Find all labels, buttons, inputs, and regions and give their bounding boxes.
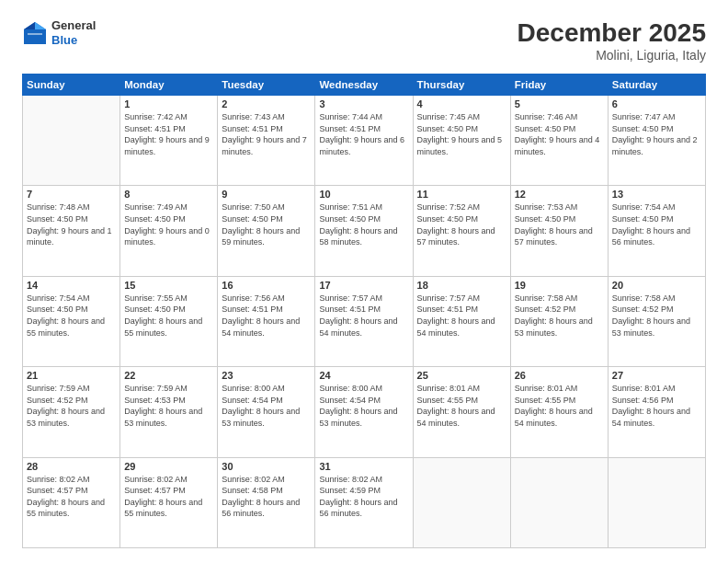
- day-number: 8: [124, 189, 213, 200]
- day-info: Sunrise: 8:02 AMSunset: 4:57 PMDaylight:…: [124, 474, 213, 520]
- day-info: Sunrise: 7:57 AMSunset: 4:51 PMDaylight:…: [417, 293, 506, 339]
- weekday-header-tuesday: Tuesday: [218, 75, 315, 96]
- day-number: 5: [515, 98, 604, 109]
- calendar-cell: 27Sunrise: 8:01 AMSunset: 4:56 PMDayligh…: [608, 367, 705, 457]
- day-number: 2: [222, 98, 311, 109]
- calendar-cell: 14Sunrise: 7:54 AMSunset: 4:50 PMDayligh…: [23, 276, 120, 366]
- day-number: 30: [222, 461, 311, 472]
- day-number: 14: [27, 280, 116, 291]
- logo-blue: Blue: [51, 33, 96, 48]
- day-number: 13: [612, 189, 701, 200]
- calendar-cell: 11Sunrise: 7:52 AMSunset: 4:50 PMDayligh…: [413, 186, 510, 276]
- day-info: Sunrise: 8:02 AMSunset: 4:58 PMDaylight:…: [222, 474, 311, 520]
- day-number: 4: [417, 98, 506, 109]
- day-info: Sunrise: 8:01 AMSunset: 4:56 PMDaylight:…: [612, 383, 701, 429]
- day-number: 19: [515, 280, 604, 291]
- calendar-cell: 4Sunrise: 7:45 AMSunset: 4:50 PMDaylight…: [413, 96, 510, 186]
- day-number: 25: [417, 370, 506, 381]
- day-info: Sunrise: 7:59 AMSunset: 4:53 PMDaylight:…: [124, 383, 213, 429]
- calendar-cell: 22Sunrise: 7:59 AMSunset: 4:53 PMDayligh…: [120, 367, 218, 457]
- day-info: Sunrise: 7:46 AMSunset: 4:50 PMDaylight:…: [515, 111, 604, 157]
- logo: General Blue: [22, 18, 96, 47]
- day-info: Sunrise: 8:02 AMSunset: 4:59 PMDaylight:…: [319, 474, 408, 520]
- calendar-cell: 26Sunrise: 8:01 AMSunset: 4:55 PMDayligh…: [510, 367, 608, 457]
- weekday-header-thursday: Thursday: [413, 75, 510, 96]
- svg-rect-3: [28, 33, 42, 35]
- day-number: 26: [515, 370, 604, 381]
- day-number: 22: [124, 370, 213, 381]
- day-info: Sunrise: 8:00 AMSunset: 4:54 PMDaylight:…: [222, 383, 311, 429]
- calendar-cell: 18Sunrise: 7:57 AMSunset: 4:51 PMDayligh…: [413, 276, 510, 366]
- day-info: Sunrise: 7:54 AMSunset: 4:50 PMDaylight:…: [27, 293, 116, 339]
- day-info: Sunrise: 8:00 AMSunset: 4:54 PMDaylight:…: [319, 383, 408, 429]
- day-info: Sunrise: 7:58 AMSunset: 4:52 PMDaylight:…: [612, 293, 701, 339]
- day-number: 11: [417, 189, 506, 200]
- day-info: Sunrise: 7:47 AMSunset: 4:50 PMDaylight:…: [612, 111, 701, 157]
- calendar-cell: 24Sunrise: 8:00 AMSunset: 4:54 PMDayligh…: [315, 367, 413, 457]
- page: General Blue December 2025 Molini, Ligur…: [0, 0, 728, 563]
- calendar-cell: [608, 457, 705, 547]
- calendar-cell: 29Sunrise: 8:02 AMSunset: 4:57 PMDayligh…: [120, 457, 218, 547]
- week-row-4: 21Sunrise: 7:59 AMSunset: 4:52 PMDayligh…: [23, 367, 706, 457]
- logo-text: General Blue: [51, 18, 96, 47]
- day-info: Sunrise: 7:58 AMSunset: 4:52 PMDaylight:…: [515, 293, 604, 339]
- calendar-cell: 3Sunrise: 7:44 AMSunset: 4:51 PMDaylight…: [315, 96, 413, 186]
- calendar-cell: 19Sunrise: 7:58 AMSunset: 4:52 PMDayligh…: [510, 276, 608, 366]
- calendar-cell: 9Sunrise: 7:50 AMSunset: 4:50 PMDaylight…: [218, 186, 315, 276]
- calendar-cell: [413, 457, 510, 547]
- day-info: Sunrise: 7:45 AMSunset: 4:50 PMDaylight:…: [417, 111, 506, 157]
- day-info: Sunrise: 7:44 AMSunset: 4:51 PMDaylight:…: [319, 111, 408, 157]
- svg-marker-2: [24, 22, 35, 29]
- weekday-header-sunday: Sunday: [23, 75, 120, 96]
- calendar-cell: 15Sunrise: 7:55 AMSunset: 4:50 PMDayligh…: [120, 276, 218, 366]
- day-info: Sunrise: 8:01 AMSunset: 4:55 PMDaylight:…: [515, 383, 604, 429]
- logo-general: General: [51, 18, 96, 33]
- calendar-cell: 30Sunrise: 8:02 AMSunset: 4:58 PMDayligh…: [218, 457, 315, 547]
- calendar-cell: 31Sunrise: 8:02 AMSunset: 4:59 PMDayligh…: [315, 457, 413, 547]
- day-number: 28: [27, 461, 116, 472]
- day-number: 7: [27, 189, 116, 200]
- week-row-5: 28Sunrise: 8:02 AMSunset: 4:57 PMDayligh…: [23, 457, 706, 547]
- calendar-table: SundayMondayTuesdayWednesdayThursdayFrid…: [22, 74, 706, 548]
- calendar-cell: 21Sunrise: 7:59 AMSunset: 4:52 PMDayligh…: [23, 367, 120, 457]
- day-info: Sunrise: 7:59 AMSunset: 4:52 PMDaylight:…: [27, 383, 116, 429]
- week-row-1: 1Sunrise: 7:42 AMSunset: 4:51 PMDaylight…: [23, 96, 706, 186]
- day-number: 6: [612, 98, 701, 109]
- day-info: Sunrise: 7:54 AMSunset: 4:50 PMDaylight:…: [612, 201, 701, 247]
- day-info: Sunrise: 7:50 AMSunset: 4:50 PMDaylight:…: [222, 201, 311, 247]
- calendar-cell: 12Sunrise: 7:53 AMSunset: 4:50 PMDayligh…: [510, 186, 608, 276]
- day-info: Sunrise: 7:51 AMSunset: 4:50 PMDaylight:…: [319, 201, 408, 247]
- calendar-cell: 8Sunrise: 7:49 AMSunset: 4:50 PMDaylight…: [120, 186, 218, 276]
- day-info: Sunrise: 7:56 AMSunset: 4:51 PMDaylight:…: [222, 293, 311, 339]
- calendar-cell: 23Sunrise: 8:00 AMSunset: 4:54 PMDayligh…: [218, 367, 315, 457]
- calendar-cell: 6Sunrise: 7:47 AMSunset: 4:50 PMDaylight…: [608, 96, 705, 186]
- day-info: Sunrise: 7:57 AMSunset: 4:51 PMDaylight:…: [319, 293, 408, 339]
- day-number: 9: [222, 189, 311, 200]
- day-number: 21: [27, 370, 116, 381]
- calendar-cell: 1Sunrise: 7:42 AMSunset: 4:51 PMDaylight…: [120, 96, 218, 186]
- weekday-header-friday: Friday: [510, 75, 608, 96]
- location: Molini, Liguria, Italy: [518, 48, 706, 63]
- day-info: Sunrise: 7:43 AMSunset: 4:51 PMDaylight:…: [222, 111, 311, 157]
- calendar-cell: 7Sunrise: 7:48 AMSunset: 4:50 PMDaylight…: [23, 186, 120, 276]
- day-number: 16: [222, 280, 311, 291]
- weekday-header-saturday: Saturday: [608, 75, 705, 96]
- day-number: 3: [319, 98, 408, 109]
- month-title: December 2025: [518, 18, 706, 48]
- title-section: December 2025 Molini, Liguria, Italy: [518, 18, 706, 63]
- week-row-3: 14Sunrise: 7:54 AMSunset: 4:50 PMDayligh…: [23, 276, 706, 366]
- calendar-cell: 10Sunrise: 7:51 AMSunset: 4:50 PMDayligh…: [315, 186, 413, 276]
- calendar-cell: 28Sunrise: 8:02 AMSunset: 4:57 PMDayligh…: [23, 457, 120, 547]
- weekday-header-monday: Monday: [120, 75, 218, 96]
- day-info: Sunrise: 7:55 AMSunset: 4:50 PMDaylight:…: [124, 293, 213, 339]
- calendar-cell: 20Sunrise: 7:58 AMSunset: 4:52 PMDayligh…: [608, 276, 705, 366]
- calendar-cell: [510, 457, 608, 547]
- day-info: Sunrise: 7:49 AMSunset: 4:50 PMDaylight:…: [124, 201, 213, 247]
- day-info: Sunrise: 7:53 AMSunset: 4:50 PMDaylight:…: [515, 201, 604, 247]
- header: General Blue December 2025 Molini, Ligur…: [22, 18, 706, 63]
- calendar-cell: 25Sunrise: 8:01 AMSunset: 4:55 PMDayligh…: [413, 367, 510, 457]
- day-info: Sunrise: 7:42 AMSunset: 4:51 PMDaylight:…: [124, 111, 213, 157]
- svg-marker-1: [35, 22, 46, 29]
- day-number: 23: [222, 370, 311, 381]
- day-number: 17: [319, 280, 408, 291]
